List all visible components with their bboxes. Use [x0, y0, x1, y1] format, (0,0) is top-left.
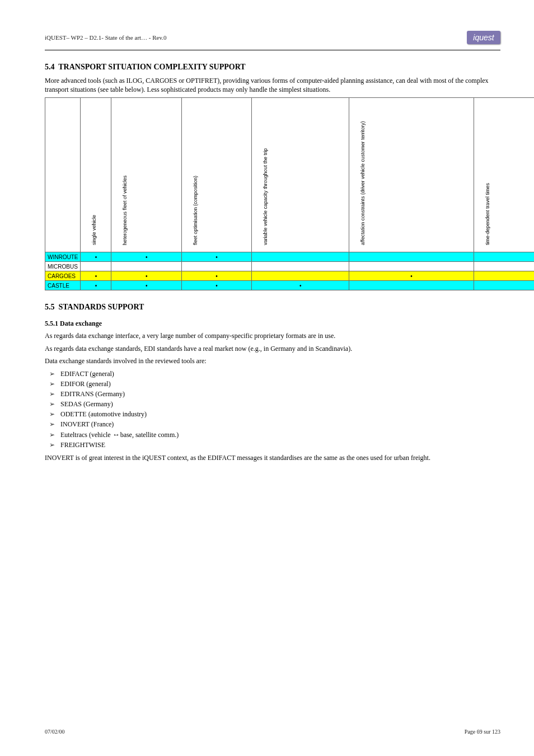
column-header-label: variable vehicle capacity throughout the… [263, 148, 269, 245]
section-number: 5.4 [45, 63, 55, 71]
logo-badge: iquest [467, 31, 500, 44]
column-header-label: time-dependent travel times [485, 183, 491, 245]
row-label: CARGOES [45, 271, 81, 281]
footer-date: 07/02/00 [45, 729, 65, 735]
bidirectional-arrow-icon: ↔ [113, 430, 119, 439]
column-header-label: affectation constraints (driver vehicle … [360, 121, 366, 245]
feature-cell [474, 281, 534, 290]
page-footer: 07/02/00 Page 69 sur 123 [45, 729, 500, 735]
feature-cell: • [182, 281, 252, 290]
table-row: CARGOES•••••••••••••••• [45, 271, 535, 281]
feature-cell [474, 252, 534, 262]
header-rule [45, 50, 500, 50]
page-header: iQUEST– WP2 – D2.1- State of the art… - … [45, 31, 500, 48]
list-item: EDIFACT (general) [60, 369, 500, 379]
table-column-header: fleet optimisation (composition) [182, 98, 252, 252]
row-label: WINROUTE [45, 252, 81, 262]
table-row: CASTLE•••••••••••••••• [45, 281, 535, 290]
section-5-4-heading: 5.4 TRANSPORT SITUATION COMPLEXITY SUPPO… [45, 63, 500, 72]
feature-cell: • [182, 252, 252, 262]
feature-cell [349, 281, 474, 290]
feature-cell [474, 271, 534, 281]
feature-cell [474, 262, 534, 271]
section-title: TRANSPORT SITUATION COMPLEXITY SUPPORT [58, 63, 245, 71]
section-5-4-paragraph: More advanced tools (such as ILOG, CARGO… [45, 76, 500, 94]
feature-cell [182, 262, 252, 271]
body-paragraph: INOVERT is of great interest in the iQUE… [45, 453, 500, 462]
column-header-label: heterogeneous fleet of vehicles [123, 176, 128, 246]
feature-cell [81, 262, 111, 271]
standards-list: EDIFACT (general)EDIFOR (general)EDITRAN… [60, 369, 500, 450]
subsection-5-5-1-heading: 5.5.1 Data exchange [45, 320, 500, 328]
feature-cell: • [111, 271, 182, 281]
table-column-header: variable vehicle capacity throughout the… [252, 98, 349, 252]
table-row: WINROUTE•••••••••• [45, 252, 535, 262]
feature-cell: • [252, 281, 349, 290]
table-column-header: heterogeneous fleet of vehicles [111, 98, 182, 252]
row-label: CASTLE [45, 281, 81, 290]
feature-cell: • [111, 252, 182, 262]
column-header-label: single vehicle [92, 215, 97, 245]
body-paragraph: Data exchange standards involved in the … [45, 356, 500, 365]
table-column-header: single vehicle [81, 98, 111, 252]
table-column-header: affectation constraints (driver vehicle … [349, 98, 474, 252]
feature-cell: • [81, 281, 111, 290]
section-5-5-heading: 5.5 STANDARDS SUPPORT [45, 303, 500, 312]
body-paragraph: As regards data exchange interface, a ve… [45, 331, 500, 340]
list-item: ODETTE (automotive industry) [60, 409, 500, 419]
table-corner-cell [45, 98, 81, 252]
list-item: FREIGHTWISE [60, 440, 500, 450]
feature-cell: • [349, 271, 474, 281]
feature-cell [252, 252, 349, 262]
table-row: MICROBUS [45, 262, 535, 271]
section-number: 5.5 [45, 303, 55, 311]
feature-cell [252, 271, 349, 281]
feature-comparison-table: single vehicleheterogeneous fleet of veh… [45, 97, 534, 290]
list-item: Euteltracs (vehicle ↔ base, satellite co… [60, 429, 500, 440]
table-column-header: time-dependent travel times [474, 98, 534, 252]
list-item: SEDAS (Germany) [60, 399, 500, 409]
footer-page-number: Page 69 sur 123 [465, 729, 500, 735]
feature-cell [349, 252, 474, 262]
feature-cell: • [182, 271, 252, 281]
list-item: EDIFOR (general) [60, 379, 500, 389]
body-paragraph: As regards data exchange standards, EDI … [45, 344, 500, 353]
feature-cell: • [111, 281, 182, 290]
list-item: EDITRANS (Germany) [60, 389, 500, 399]
feature-cell: • [81, 252, 111, 262]
feature-cell: • [81, 271, 111, 281]
row-label: MICROBUS [45, 262, 81, 271]
column-header-label: fleet optimisation (composition) [193, 176, 199, 245]
feature-cell [349, 262, 474, 271]
section-title: STANDARDS SUPPORT [59, 303, 144, 311]
feature-cell [111, 262, 182, 271]
feature-cell [252, 262, 349, 271]
list-item: INOVERT (France) [60, 419, 500, 429]
header-title: iQUEST– WP2 – D2.1- State of the art… - … [45, 34, 167, 41]
table-header-row: single vehicleheterogeneous fleet of veh… [45, 98, 535, 252]
